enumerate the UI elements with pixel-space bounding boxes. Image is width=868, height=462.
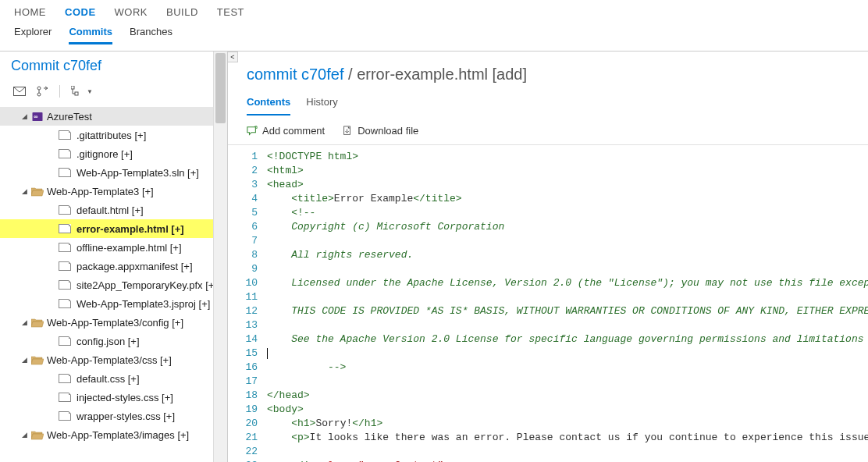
code-line: 10 Licensed under the Apache License, Ve… <box>240 276 868 290</box>
tree-file[interactable]: default.html [+] <box>0 201 227 219</box>
code-line: 15 <box>240 346 868 361</box>
code-content: Licensed under the Apache License, Versi… <box>267 276 868 290</box>
code-content: <title>Error Example</title> <box>267 192 462 206</box>
tree-node-label: injected-styles.css [+] <box>76 392 173 403</box>
hub-code[interactable]: CODE <box>65 6 96 18</box>
tree-file[interactable]: .gitignore [+] <box>0 144 227 163</box>
scrollbar-thumb[interactable] <box>215 53 226 123</box>
code-line: 8 All rights reserved. <box>240 248 868 262</box>
code-viewer[interactable]: 1<!DOCTYPE html>2<html>3<head>4 <title>E… <box>228 145 868 462</box>
expand-toggle-icon[interactable]: ◢ <box>20 112 28 120</box>
tree-file[interactable]: Web-App-Template3.jsproj [+] <box>0 294 227 313</box>
commit-explorer-panel: Commit c70fef ▼ ◢∞AzureTest.gitattribute… <box>0 52 228 462</box>
tree-folder[interactable]: ◢Web-App-Template3 [+] <box>0 182 227 201</box>
expand-toggle-icon[interactable]: ◢ <box>20 356 28 364</box>
commit-toolbar: ▼ <box>0 79 227 105</box>
tree-file[interactable]: site2App_TemporaryKey.pfx [+] <box>0 275 227 294</box>
file-tab-contents[interactable]: Contents <box>247 93 290 116</box>
tree-file[interactable]: offline-example.html [+] <box>0 238 227 257</box>
tree-file[interactable]: package.appxmanifest [+] <box>0 257 227 275</box>
code-content: <p>It looks like there was an error. Ple… <box>267 431 868 445</box>
line-number: 1 <box>240 150 267 164</box>
code-line: 17 <box>240 375 868 389</box>
file-tabs: ContentsHistory <box>228 93 868 116</box>
line-number: 2 <box>240 164 267 178</box>
hub-home[interactable]: HOME <box>14 6 46 18</box>
code-line: 21 <p>It looks like there was an error. … <box>240 431 868 445</box>
tree-file[interactable]: .gitattributes [+] <box>0 126 227 144</box>
subhub-explorer[interactable]: Explorer <box>14 26 52 44</box>
code-content: <head> <box>267 178 304 192</box>
tree-node-label: default.css [+] <box>76 373 140 385</box>
file-tree[interactable]: ◢∞AzureTest.gitattributes [+].gitignore … <box>0 105 227 462</box>
tree-node-label: Web-App-Template3.jsproj [+] <box>76 298 210 310</box>
line-number: 9 <box>240 262 267 276</box>
top-hubs: HOMECODEWORKBUILDTEST <box>0 0 868 23</box>
code-line: 4 <title>Error Example</title> <box>240 192 868 206</box>
line-number: 6 <box>240 220 267 234</box>
collapse-left-panel-button[interactable]: < <box>228 52 238 62</box>
tree-node-label: site2App_TemporaryKey.pfx [+] <box>76 279 217 291</box>
code-line: 19<body> <box>240 403 868 417</box>
breadcrumb-commit-link[interactable]: commit c70fef <box>247 66 343 83</box>
tree-file[interactable]: config.json [+] <box>0 332 227 350</box>
tree-node-label: default.html [+] <box>76 204 144 216</box>
expand-toggle-icon[interactable]: ◢ <box>20 431 28 439</box>
code-line: 2<html> <box>240 164 868 178</box>
tree-folder[interactable]: ◢Web-App-Template3/css [+] <box>0 350 227 369</box>
tree-node-label: .gitignore [+] <box>76 148 133 160</box>
left-scrollbar[interactable] <box>213 52 227 462</box>
subhub-commits[interactable]: Commits <box>69 26 112 44</box>
tree-node-label: offline-example.html [+] <box>76 242 182 254</box>
line-number: 22 <box>240 445 267 459</box>
file-tab-history[interactable]: History <box>306 93 337 116</box>
code-content: --> <box>267 361 346 375</box>
expand-toggle-icon[interactable]: ◢ <box>20 187 28 195</box>
line-number: 20 <box>240 417 267 431</box>
tree-node-label: config.json [+] <box>76 336 140 347</box>
tree-file[interactable]: injected-styles.css [+] <box>0 388 227 407</box>
line-number: 21 <box>240 431 267 445</box>
line-number: 19 <box>240 403 267 417</box>
tree-folder[interactable]: ◢∞AzureTest <box>0 107 227 126</box>
svg-text:+: + <box>254 126 258 128</box>
code-content: <div class="errorContent"> <box>267 459 450 462</box>
line-number: 7 <box>240 234 267 248</box>
line-number: 16 <box>240 361 267 375</box>
tree-node-label: Web-App-Template3.sln [+] <box>76 167 199 179</box>
code-content: <!-- <box>267 206 315 220</box>
line-number: 3 <box>240 178 267 192</box>
mail-icon[interactable] <box>11 84 28 99</box>
code-line: 16 --> <box>240 361 868 375</box>
code-content: <html> <box>267 164 304 178</box>
hub-test[interactable]: TEST <box>217 6 244 18</box>
tree-view-icon[interactable] <box>68 84 85 99</box>
tree-file[interactable]: default.css [+] <box>0 369 227 388</box>
code-content: <!DOCTYPE html> <box>267 150 358 164</box>
add-comment-button[interactable]: + Add comment <box>247 125 325 137</box>
tree-node-label: error-example.html [+] <box>76 223 184 235</box>
line-number: 15 <box>240 346 267 361</box>
tree-file[interactable]: Web-App-Template3.sln [+] <box>0 163 227 182</box>
tree-folder[interactable]: ◢Web-App-Template3/images [+] <box>0 425 227 444</box>
subhub-branches[interactable]: Branches <box>130 26 173 44</box>
code-line: 14 See the Apache Version 2.0 License fo… <box>240 332 868 346</box>
toolbar-separator <box>59 85 60 98</box>
line-number: 18 <box>240 389 267 403</box>
svg-rect-4 <box>75 92 78 95</box>
tree-file[interactable]: error-example.html [+] <box>0 219 227 238</box>
tree-folder[interactable]: ◢Web-App-Template3/config [+] <box>0 313 227 332</box>
code-content: <h1>Sorry!</h1> <box>267 417 382 431</box>
dropdown-caret-icon[interactable]: ▼ <box>87 88 93 95</box>
code-line: 20 <h1>Sorry!</h1> <box>240 417 868 431</box>
expand-toggle-icon[interactable]: ◢ <box>20 318 28 326</box>
breadcrumb-file: error-example.html <box>357 66 488 83</box>
tree-node-label: AzureTest <box>47 111 92 123</box>
request-review-icon[interactable] <box>34 84 52 99</box>
hub-build[interactable]: BUILD <box>166 6 198 18</box>
download-file-button[interactable]: Download file <box>342 125 418 137</box>
line-number: 4 <box>240 192 267 206</box>
download-file-label: Download file <box>358 125 418 137</box>
hub-work[interactable]: WORK <box>115 6 148 18</box>
tree-file[interactable]: wrapper-styles.css [+] <box>0 407 227 425</box>
